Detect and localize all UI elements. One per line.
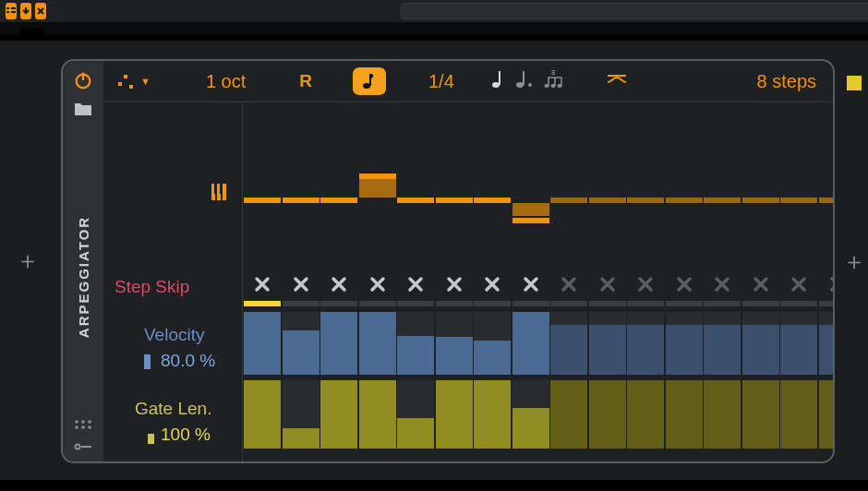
search-input[interactable]	[401, 3, 868, 19]
gate-step[interactable]	[627, 380, 664, 449]
velocity-value[interactable]: 80.0 %	[161, 351, 215, 371]
gate-step[interactable]	[819, 380, 836, 449]
velocity-step[interactable]	[320, 312, 357, 375]
step-skip-toggle[interactable]	[359, 269, 396, 299]
step-skip-toggle[interactable]	[474, 269, 511, 299]
pitch-step[interactable]	[474, 198, 511, 203]
pitch-step[interactable]	[283, 198, 319, 203]
velocity-step[interactable]	[397, 312, 434, 375]
pitch-step[interactable]	[436, 198, 473, 203]
step-indicator	[474, 301, 511, 306]
step-skip-toggle[interactable]	[244, 269, 281, 299]
velocity-step[interactable]	[474, 312, 511, 375]
preset-folder-button[interactable]	[74, 102, 92, 116]
gate-step[interactable]	[320, 380, 357, 449]
gate-step[interactable]	[589, 380, 626, 449]
step-skip-toggle[interactable]	[512, 269, 549, 299]
step-skip-toggle[interactable]	[627, 269, 664, 299]
timing-dotted-button[interactable]	[515, 69, 534, 93]
svg-rect-1	[6, 11, 9, 13]
gate-step[interactable]	[666, 380, 703, 449]
velocity-step[interactable]	[704, 312, 741, 375]
velocity-step[interactable]	[589, 312, 626, 375]
step-skip-toggle[interactable]	[283, 269, 319, 299]
power-button[interactable]	[73, 70, 93, 90]
velocity-step[interactable]	[550, 312, 587, 375]
step-skip-toggle[interactable]	[436, 269, 473, 299]
gate-value[interactable]: 100 %	[161, 425, 211, 445]
step-skip-toggle[interactable]	[589, 269, 626, 299]
svg-point-10	[81, 425, 85, 429]
pitch-step[interactable]	[780, 198, 817, 203]
steps-field[interactable]: 8 steps	[757, 71, 816, 92]
device-rail: ARPEGGIATOR	[63, 61, 103, 461]
toolbar-btn-1[interactable]	[6, 3, 17, 19]
toolbar-btn-3[interactable]	[35, 3, 46, 19]
step-skip-toggle[interactable]	[742, 269, 779, 299]
svg-point-7	[81, 420, 85, 424]
gate-step[interactable]	[474, 380, 511, 449]
gate-step[interactable]	[244, 380, 281, 449]
step-skip-toggle[interactable]	[320, 269, 357, 299]
velocity-step[interactable]	[359, 312, 396, 375]
step-skip-toggle[interactable]	[550, 269, 587, 299]
velocity-step[interactable]	[780, 312, 817, 375]
pitch-step[interactable]	[666, 198, 703, 203]
timing-straight-button[interactable]	[491, 69, 506, 93]
pitch-step[interactable]	[589, 198, 626, 203]
pitch-step[interactable]	[742, 198, 779, 203]
gate-step[interactable]	[436, 380, 473, 449]
insert-before-slot[interactable]: ＋	[0, 41, 55, 480]
step-skip-toggle[interactable]	[704, 269, 741, 299]
pitch-step[interactable]	[704, 198, 741, 203]
gate-step[interactable]	[512, 380, 549, 449]
rate-field[interactable]: 1/4	[428, 71, 454, 92]
step-skip-toggle[interactable]	[819, 269, 836, 299]
velocity-step[interactable]	[819, 312, 836, 375]
step-skip-toggle[interactable]	[397, 269, 434, 299]
gate-step[interactable]	[704, 380, 741, 449]
gate-step[interactable]	[742, 380, 779, 449]
svg-rect-20	[499, 71, 500, 85]
timing-triplet-button[interactable]: 3	[543, 69, 563, 93]
pitch-step[interactable]	[244, 198, 281, 203]
gate-step[interactable]	[397, 380, 434, 449]
velocity-step[interactable]	[512, 312, 549, 375]
step-skip-toggle[interactable]	[780, 269, 817, 299]
velocity-step[interactable]	[666, 312, 703, 375]
pitch-step[interactable]	[550, 198, 587, 203]
velocity-mini-icon	[144, 354, 151, 369]
pitch-step[interactable]	[359, 174, 396, 179]
toolbar-btn-2[interactable]	[20, 3, 31, 19]
retrigger-button[interactable]: R	[299, 71, 312, 91]
shuffle-button[interactable]	[606, 71, 628, 91]
pitch-step[interactable]	[819, 198, 836, 203]
device-body: ▼ 1 oct R 1/4 3	[103, 61, 833, 461]
gate-step[interactable]	[359, 380, 396, 449]
remote-controls-button[interactable]	[74, 419, 92, 430]
pitch-step[interactable]	[320, 198, 357, 203]
gate-step[interactable]	[550, 380, 587, 449]
pitch-step[interactable]	[627, 198, 664, 203]
rate-mode-button[interactable]	[353, 67, 386, 95]
velocity-step[interactable]	[627, 312, 664, 375]
insert-after-slot[interactable]: ＋	[840, 41, 868, 480]
velocity-step[interactable]	[244, 312, 281, 375]
pitch-step[interactable]	[397, 198, 434, 203]
pitch-step-bar[interactable]	[512, 203, 549, 216]
step-skip-toggle[interactable]	[666, 269, 703, 299]
svg-point-6	[75, 420, 78, 424]
velocity-step[interactable]	[283, 312, 319, 375]
pitch-step-bar[interactable]	[359, 177, 396, 198]
velocity-step[interactable]	[436, 312, 473, 375]
gate-step[interactable]	[283, 380, 319, 449]
octaves-field[interactable]: 1 oct	[206, 71, 246, 92]
expand-button[interactable]	[74, 441, 92, 452]
pattern-mode-button[interactable]: ▼	[116, 72, 151, 90]
gate-step[interactable]	[780, 380, 817, 449]
pitch-step[interactable]	[512, 218, 549, 223]
svg-point-9	[75, 425, 78, 429]
column-divider	[242, 102, 243, 461]
velocity-step[interactable]	[742, 312, 779, 375]
steps-grid[interactable]	[242, 102, 820, 461]
